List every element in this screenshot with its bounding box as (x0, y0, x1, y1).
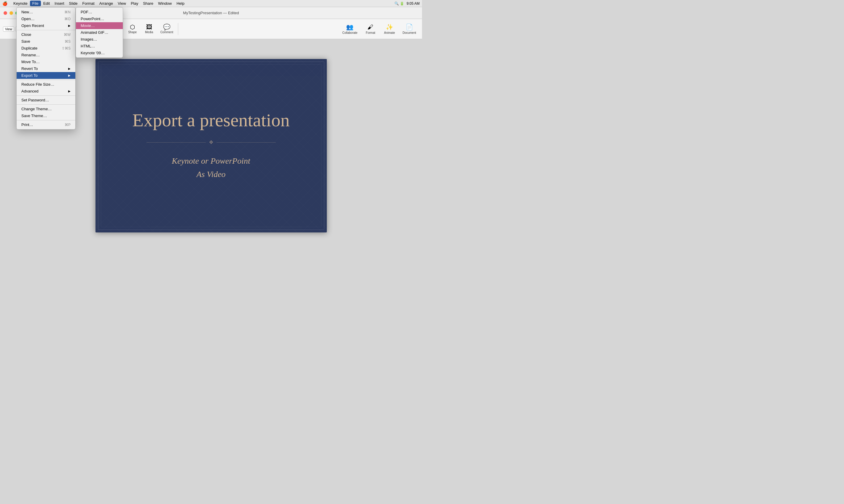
export-pdf-label: PDF… (80, 10, 92, 14)
menu-close-shortcut: ⌘W (64, 33, 71, 37)
menu-new-shortcut: ⌘N (64, 10, 71, 14)
menubar: 🍎 Keynote File Edit Insert Slide Format … (0, 0, 422, 7)
menu-open-recent-label: Open Recent (21, 23, 44, 28)
export-movie[interactable]: Movie… (76, 22, 123, 29)
menu-open-recent[interactable]: Open Recent ▶ (17, 22, 75, 29)
export-powerpoint[interactable]: PowerPoint… (76, 15, 123, 22)
menubar-slide[interactable]: Slide (67, 1, 80, 6)
collaborate-icon: 👥 (346, 23, 354, 31)
menu-set-password[interactable]: Set Password… (17, 97, 75, 104)
menu-close[interactable]: Close ⌘W (17, 31, 75, 38)
apple-menu-icon[interactable]: 🍎 (2, 1, 7, 6)
menu-reduce-file-size-label: Reduce File Size… (21, 82, 54, 87)
menu-open[interactable]: Open… ⌘O (17, 15, 75, 22)
menubar-right: 🔍 🔋 9:05 AM (394, 1, 420, 6)
export-movie-label: Movie… (80, 23, 95, 28)
export-keynote09-label: Keynote '09… (80, 51, 105, 55)
document-button[interactable]: 📄 Document (399, 21, 419, 37)
menu-save-theme[interactable]: Save Theme… (17, 112, 75, 119)
menu-new[interactable]: New… ⌘N (17, 8, 75, 15)
export-powerpoint-label: PowerPoint… (80, 17, 104, 21)
format-icon: 🖌 (367, 24, 373, 31)
menubar-keynote[interactable]: Keynote (11, 1, 30, 6)
menu-reduce-file-size[interactable]: Reduce File Size… (17, 81, 75, 88)
format-button[interactable]: 🖌 Format (361, 21, 379, 37)
menubar-edit[interactable]: Edit (41, 1, 52, 6)
menu-set-password-label: Set Password… (21, 98, 49, 102)
menu-separator-4 (17, 104, 75, 105)
close-window-button[interactable] (3, 11, 7, 15)
export-animated-gif[interactable]: Animated GIF… (76, 29, 123, 36)
view-button[interactable]: View (3, 26, 14, 32)
submenu-arrow-revert: ▶ (68, 67, 71, 70)
divider-line-right (216, 142, 276, 143)
media-label: Media (145, 31, 153, 34)
format-label: Format (366, 31, 375, 34)
menubar-play[interactable]: Play (128, 1, 141, 6)
toolbar-divider-2 (178, 23, 178, 35)
menu-export-to[interactable]: Export To ▶ (17, 72, 75, 79)
export-animated-gif-label: Animated GIF… (80, 30, 108, 35)
menu-print-shortcut: ⌘P (65, 123, 71, 127)
media-icon: 🖼 (146, 24, 152, 30)
menu-duplicate[interactable]: Duplicate ⇧⌘S (17, 45, 75, 52)
divider-line-left (146, 142, 206, 143)
animate-label: Animate (384, 31, 395, 34)
menu-print-label: Print… (21, 123, 33, 127)
minimize-window-button[interactable] (10, 11, 13, 15)
menu-save-shortcut: ⌘S (65, 39, 71, 43)
collaborate-label: Collaborate (342, 31, 357, 34)
menu-save-theme-label: Save Theme… (21, 113, 47, 118)
menu-print[interactable]: Print… ⌘P (17, 121, 75, 128)
export-images-label: Images… (80, 37, 97, 41)
export-html[interactable]: HTML… (76, 43, 123, 50)
menu-advanced[interactable]: Advanced ▶ (17, 88, 75, 94)
menubar-share[interactable]: Share (141, 1, 156, 6)
menu-move-to-label: Move To… (21, 59, 40, 64)
submenu-arrow-open-recent: ▶ (68, 24, 71, 27)
collaborate-button[interactable]: 👥 Collaborate (339, 21, 360, 37)
export-pdf[interactable]: PDF… (76, 8, 123, 15)
animate-button[interactable]: ✨ Animate (380, 21, 398, 37)
slide-subtitle-line2: As Video (172, 168, 250, 181)
export-submenu: PDF… PowerPoint… Movie… Animated GIF… Im… (76, 7, 123, 58)
menu-move-to[interactable]: Move To… (17, 58, 75, 65)
menu-rename-label: Rename… (21, 53, 40, 57)
slide-canvas: Export a presentation ❖ Keynote or Power… (95, 59, 327, 232)
menubar-arrange[interactable]: Arrange (97, 1, 115, 6)
menu-open-label: Open… (21, 17, 35, 21)
menu-advanced-label: Advanced (21, 89, 39, 93)
shape-button[interactable]: ⬡ Shape (125, 21, 140, 37)
menubar-window[interactable]: Window (156, 1, 174, 6)
slide-title: Export a presentation (132, 110, 289, 130)
menu-new-label: New… (21, 10, 33, 14)
menu-save-label: Save (21, 39, 30, 43)
comment-label: Comment (160, 31, 173, 34)
submenu-arrow-advanced: ▶ (68, 90, 71, 93)
menubar-insert[interactable]: Insert (52, 1, 67, 6)
animate-icon: ✨ (386, 23, 393, 31)
export-keynote09[interactable]: Keynote '09… (76, 50, 123, 56)
menu-rename[interactable]: Rename… (17, 52, 75, 58)
media-button[interactable]: 🖼 Media (141, 21, 157, 37)
slide-subtitle: Keynote or PowerPoint As Video (172, 155, 250, 181)
menu-change-theme-label: Change Theme… (21, 107, 52, 111)
menubar-help[interactable]: Help (174, 1, 187, 6)
menu-save[interactable]: Save ⌘S (17, 38, 75, 45)
menu-open-shortcut: ⌘O (64, 17, 71, 21)
menubar-view[interactable]: View (115, 1, 128, 6)
submenu-arrow-export: ▶ (68, 74, 71, 77)
window-title: MyTestingPresentation — Edited (183, 11, 239, 15)
menu-separator-1 (17, 30, 75, 30)
menu-export-to-label: Export To (21, 73, 38, 78)
menu-revert-to[interactable]: Revert To ▶ (17, 65, 75, 72)
menu-change-theme[interactable]: Change Theme… (17, 106, 75, 112)
file-menu: New… ⌘N Open… ⌘O Open Recent ▶ Close ⌘W … (16, 7, 76, 129)
clock: 9:05 AM (407, 1, 420, 6)
comment-button[interactable]: 💬 Comment (158, 21, 176, 37)
export-images[interactable]: Images… (76, 36, 123, 43)
menubar-format[interactable]: Format (80, 1, 97, 6)
menubar-file[interactable]: File (30, 1, 41, 6)
menu-duplicate-shortcut: ⇧⌘S (62, 46, 71, 50)
slide-subtitle-line1: Keynote or PowerPoint (172, 155, 250, 168)
